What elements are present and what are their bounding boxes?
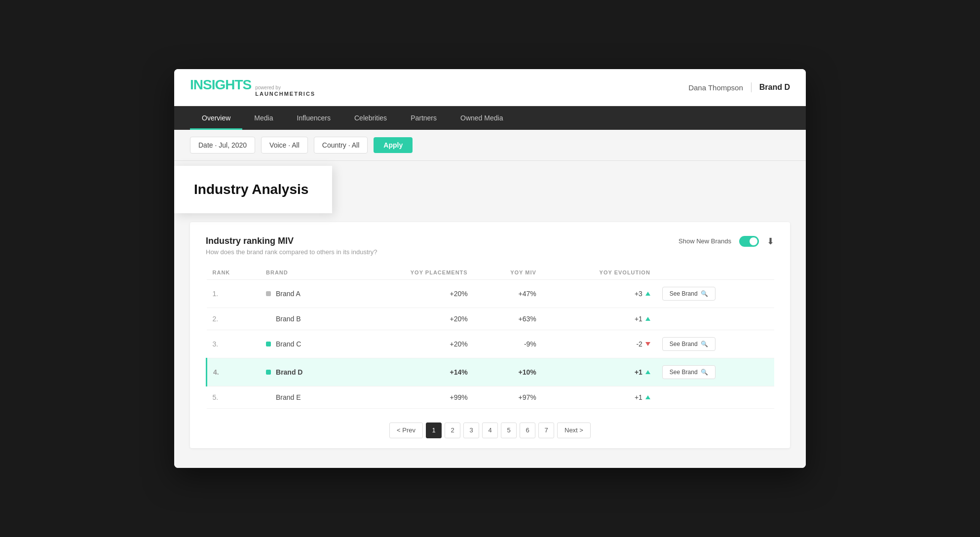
see-brand-button[interactable]: See Brand 🔍 (662, 337, 716, 351)
table-subtitle: How does the brand rank compared to othe… (206, 248, 377, 256)
header-brand-name: Brand D (759, 83, 790, 92)
yoy-evolution-cell: +3 (542, 279, 656, 307)
page-button-6[interactable]: 6 (520, 422, 535, 438)
yoy-evolution-cell: +1 (542, 358, 656, 386)
page-button-5[interactable]: 5 (501, 422, 517, 438)
logo-text: INSIGHTS (190, 77, 251, 93)
col-brand: BRAND (260, 266, 348, 280)
download-icon[interactable]: ⬇ (767, 236, 774, 247)
table-controls: Show New Brands ⬇ (678, 236, 774, 247)
rank-cell: 2. (207, 307, 261, 330)
table-row: 3.Brand C+20%-9%-2 See Brand 🔍 (207, 330, 775, 358)
filters-bar: Date · Jul, 2020 Voice · All Country · A… (174, 130, 806, 161)
brand-cell: Brand C (260, 330, 348, 358)
country-filter[interactable]: Country · All (314, 137, 368, 153)
action-cell (656, 386, 774, 408)
date-filter[interactable]: Date · Jul, 2020 (190, 137, 255, 153)
col-actions (656, 266, 774, 280)
brand-dot-green (266, 370, 271, 375)
browser-window: INSIGHTS powered by LAUNCHMETRICS Dana T… (174, 69, 806, 467)
table-header: Industry ranking MIV How does the brand … (206, 236, 774, 256)
brand-cell: Brand A (260, 279, 348, 307)
page-button-4[interactable]: 4 (482, 422, 498, 438)
pagination: < Prev 1234567 Next > (206, 422, 774, 438)
show-new-brands-toggle[interactable] (739, 236, 759, 247)
search-icon: 🔍 (701, 369, 708, 376)
search-icon: 🔍 (701, 290, 708, 297)
app-header: INSIGHTS powered by LAUNCHMETRICS Dana T… (174, 69, 806, 106)
rank-cell: 3. (207, 330, 261, 358)
table-title: Industry ranking MIV (206, 236, 377, 246)
page-buttons: 1234567 (426, 422, 554, 438)
industry-analysis-card: Industry Analysis (174, 166, 332, 213)
page-button-7[interactable]: 7 (538, 422, 554, 438)
yoy-placements-cell: +20% (348, 307, 474, 330)
arrow-up-icon (645, 292, 650, 296)
yoy-evolution-cell: -2 (542, 330, 656, 358)
arrow-up-icon (645, 395, 650, 399)
arrow-up-icon (645, 317, 650, 321)
col-yoy-miv: YOY MIV (474, 266, 542, 280)
show-new-brands-label: Show New Brands (678, 237, 731, 245)
logo-area: INSIGHTS powered by LAUNCHMETRICS (190, 77, 315, 97)
page-button-3[interactable]: 3 (463, 422, 479, 438)
yoy-placements-cell: +20% (348, 279, 474, 307)
table-row: 1.Brand A+20%+47%+3 See Brand 🔍 (207, 279, 775, 307)
arrow-up-icon (645, 370, 650, 374)
rank-cell: 4. (207, 358, 261, 386)
nav-item-partners[interactable]: Partners (399, 106, 449, 130)
nav-item-overview[interactable]: Overview (190, 106, 242, 130)
col-yoy-evolution: YOY EVOLUTION (542, 266, 656, 280)
nav-item-owned-media[interactable]: Owned Media (449, 106, 515, 130)
page-button-1[interactable]: 1 (426, 422, 442, 438)
content-area: Industry Analysis Industry ranking MIV H… (174, 161, 806, 468)
yoy-placements-cell: +99% (348, 386, 474, 408)
next-page-button[interactable]: Next > (557, 422, 591, 438)
table-card: Industry ranking MIV How does the brand … (190, 222, 790, 448)
table-row: 4.Brand D+14%+10%+1 See Brand 🔍 (207, 358, 775, 386)
brand-dot-gray (266, 291, 271, 296)
apply-button[interactable]: Apply (374, 137, 413, 153)
table-row: 2.Brand B+20%+63%+1 (207, 307, 775, 330)
prev-page-button[interactable]: < Prev (389, 422, 423, 438)
brand-cell: Brand B (260, 307, 348, 330)
nav-item-celebrities[interactable]: Celebrities (342, 106, 399, 130)
voice-filter[interactable]: Voice · All (261, 137, 308, 153)
col-rank: RANK (207, 266, 261, 280)
table-title-area: Industry ranking MIV How does the brand … (206, 236, 377, 256)
see-brand-button[interactable]: See Brand 🔍 (662, 365, 716, 379)
brand-cell: Brand D (260, 358, 348, 386)
main-nav: Overview Media Influencers Celebrities P… (174, 106, 806, 130)
yoy-evolution-cell: +1 (542, 307, 656, 330)
nav-item-influencers[interactable]: Influencers (285, 106, 342, 130)
yoy-evolution-cell: +1 (542, 386, 656, 408)
nav-item-media[interactable]: Media (242, 106, 285, 130)
table-row: 5.Brand E+99%+97%+1 (207, 386, 775, 408)
yoy-miv-cell: -9% (474, 330, 542, 358)
search-icon: 🔍 (701, 341, 708, 347)
action-cell: See Brand 🔍 (656, 358, 774, 386)
yoy-miv-cell: +47% (474, 279, 542, 307)
rank-cell: 1. (207, 279, 261, 307)
brand-dot-green (266, 342, 271, 346)
yoy-miv-cell: +97% (474, 386, 542, 408)
yoy-miv-cell: +63% (474, 307, 542, 330)
arrow-down-icon (645, 342, 650, 346)
page-button-2[interactable]: 2 (445, 422, 460, 438)
yoy-miv-cell: +10% (474, 358, 542, 386)
action-cell (656, 307, 774, 330)
logo-sub: powered by LAUNCHMETRICS (255, 85, 315, 97)
see-brand-button[interactable]: See Brand 🔍 (662, 287, 716, 301)
ranking-table: RANK BRAND YOY PLACEMENTS YOY MIV YOY EV… (206, 266, 774, 409)
user-name: Dana Thompson (688, 83, 743, 92)
header-divider (751, 82, 752, 92)
action-cell: See Brand 🔍 (656, 279, 774, 307)
header-right: Dana Thompson Brand D (688, 82, 790, 92)
brand-cell: Brand E (260, 386, 348, 408)
col-yoy-placements: YOY PLACEMENTS (348, 266, 474, 280)
action-cell: See Brand 🔍 (656, 330, 774, 358)
yoy-placements-cell: +14% (348, 358, 474, 386)
rank-cell: 5. (207, 386, 261, 408)
yoy-placements-cell: +20% (348, 330, 474, 358)
industry-analysis-title: Industry Analysis (194, 182, 312, 197)
